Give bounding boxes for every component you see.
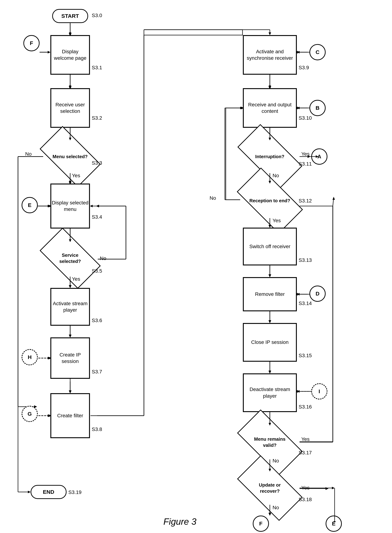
yes-label-menu-valid: Yes [301,436,310,442]
receive-user-selection: Receive user selection [50,88,90,128]
svg-marker-112 [48,51,50,53]
svg-marker-103 [269,32,271,35]
step-s3-2: S3.2 [92,115,102,121]
step-s3-15: S3.15 [299,353,312,358]
display-welcome-page: Display welcome page [50,35,90,75]
deactivate-stream-player: Deactivate stream player [243,373,297,412]
svg-marker-114 [48,205,50,207]
yes-label-update: Yes [301,485,310,491]
svg-marker-52 [269,274,271,277]
end-terminal: END [31,485,67,499]
svg-marker-69 [326,487,328,490]
step-s3-14: S3.14 [299,300,312,306]
svg-marker-90 [332,487,335,489]
close-ip-session: Close IP session [243,323,297,362]
no-label-menu: No [25,151,32,157]
svg-marker-110 [48,414,50,417]
yes-label-reception: Yes [273,218,281,224]
no-label-update: No [273,505,279,510]
update-recover-diamond: Update or recover? [237,455,303,521]
connector-D: D [309,285,326,302]
step-s3-7: S3.7 [92,369,102,375]
svg-marker-98 [240,107,243,109]
svg-marker-27 [69,390,71,393]
step-s3-12: S3.12 [299,198,312,204]
svg-marker-140 [269,85,271,88]
step-s3-13: S3.13 [299,257,312,263]
svg-line-87 [333,197,334,206]
svg-marker-116 [69,32,71,35]
create-filter: Create filter [50,393,90,438]
remove-filter: Remove filter [243,277,297,311]
svg-marker-58 [269,371,271,373]
svg-marker-76 [297,51,299,53]
reception-end-diamond: Reception to end? [237,168,303,234]
start-terminal: START [52,9,88,23]
no-label-reception: No [210,195,216,201]
svg-marker-92 [269,513,271,515]
svg-marker-80 [297,293,299,295]
svg-marker-71 [269,513,271,515]
create-ip-session: Create IP session [50,337,90,379]
menu-selected-diamond: Menu selected? [40,126,101,187]
step-s3-17: S3.17 [299,450,312,456]
connector-I: I [311,383,327,399]
connector-F-bottom: F [253,515,269,532]
step-s3-4: S3.4 [92,214,102,220]
connector-B: B [309,100,326,116]
svg-marker-78 [297,107,299,109]
svg-marker-126 [69,181,71,183]
svg-marker-150 [269,320,271,323]
flowchart-diagram: START S3.0 F Display welcome page S3.1 R… [0,0,392,522]
svg-marker-56 [269,320,271,323]
svg-marker-108 [48,357,50,359]
svg-marker-21 [69,285,71,288]
svg-marker-106 [269,32,271,35]
svg-marker-138 [69,390,71,393]
connector-G: G [22,406,38,422]
display-selected-menu: Display selected menu [50,183,90,229]
switch-off-receiver: Switch off receiver [243,228,297,265]
activate-synchronise-receiver: Activate and synchronise receiver [243,35,297,75]
connector-C: C [309,44,326,60]
step-s3-18: S3.18 [299,497,312,502]
step-s3-11: S3.11 [299,161,312,167]
connector-E-top: E [22,197,38,213]
yes-label-interruption: Yes [301,151,310,157]
step-s3-1: S3.1 [92,65,102,70]
service-selected-diamond: Service selected? [40,228,101,289]
receive-output-content: Receive and output content [243,88,297,128]
connector-F-top: F [23,35,40,51]
step-s3-19: S3.19 [68,489,81,495]
step-s3-0: S3.0 [92,13,102,18]
svg-marker-152 [269,371,271,373]
figure-caption: Figure 3 [126,516,234,527]
connector-E-bottom: E [326,515,342,532]
svg-marker-88 [332,197,335,200]
svg-marker-134 [69,285,71,288]
svg-marker-23 [69,335,71,337]
svg-marker-118 [69,85,71,88]
step-s3-10: S3.10 [299,115,312,121]
svg-marker-148 [269,274,271,277]
no-label-menu-valid: No [273,458,279,464]
step-s3-16: S3.16 [299,404,312,410]
step-s3-5: S3.5 [92,268,102,274]
step-s3-3: S3.3 [92,160,102,166]
svg-marker-19 [96,205,99,207]
svg-marker-82 [297,390,299,393]
yes-label-menu: Yes [72,173,80,178]
connector-H: H [22,349,38,365]
step-s3-9: S3.9 [299,65,309,70]
step-s3-8: S3.8 [92,426,102,432]
svg-marker-136 [69,335,71,337]
step-s3-6: S3.6 [92,318,102,323]
no-label-service: No [100,256,106,261]
activate-stream-player: Activate stream player [50,288,90,326]
svg-marker-74 [48,51,50,53]
yes-label-service: Yes [72,276,80,282]
no-label-interruption: No [273,173,279,178]
svg-marker-124 [28,491,31,493]
svg-marker-132 [90,205,93,207]
connector-A: A [311,149,327,165]
